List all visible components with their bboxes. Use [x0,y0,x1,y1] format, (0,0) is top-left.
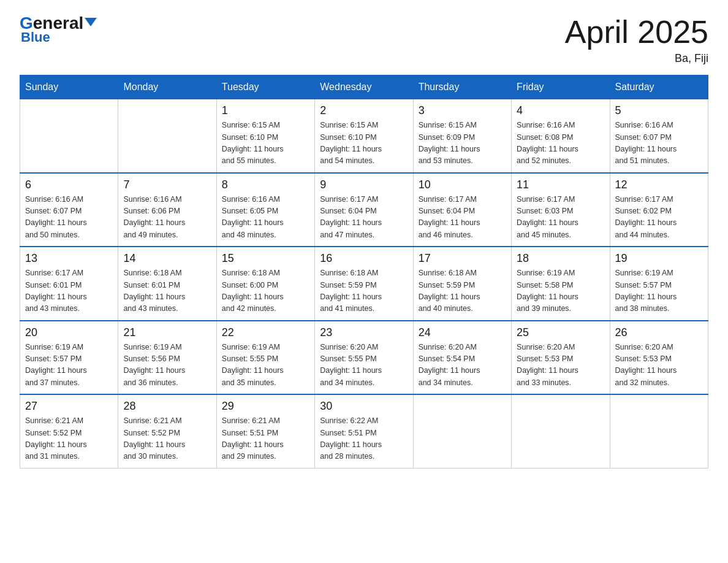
calendar-cell: 13Sunrise: 6:17 AM Sunset: 6:01 PM Dayli… [20,247,118,321]
calendar-cell: 3Sunrise: 6:15 AM Sunset: 6:09 PM Daylig… [413,99,511,173]
weekday-header-thursday: Thursday [413,75,511,99]
day-number: 25 [517,326,604,339]
day-info: Sunrise: 6:19 AM Sunset: 5:58 PM Dayligh… [517,267,604,315]
calendar-header: SundayMondayTuesdayWednesdayThursdayFrid… [20,75,708,99]
logo-blue-text: Blue [20,29,50,45]
day-info: Sunrise: 6:19 AM Sunset: 5:55 PM Dayligh… [222,342,309,389]
day-number: 14 [123,252,211,265]
day-info: Sunrise: 6:15 AM Sunset: 6:10 PM Dayligh… [320,120,408,167]
logo: General Blue [20,15,97,45]
day-number: 22 [222,326,309,339]
calendar-cell: 18Sunrise: 6:19 AM Sunset: 5:58 PM Dayli… [512,247,610,321]
day-info: Sunrise: 6:16 AM Sunset: 6:05 PM Dayligh… [222,194,309,242]
day-info: Sunrise: 6:21 AM Sunset: 5:52 PM Dayligh… [25,415,113,463]
calendar-cell: 5Sunrise: 6:16 AM Sunset: 6:07 PM Daylig… [610,99,708,173]
day-number: 30 [320,400,408,413]
calendar-cell: 24Sunrise: 6:20 AM Sunset: 5:54 PM Dayli… [413,321,511,395]
calendar-cell: 26Sunrise: 6:20 AM Sunset: 5:53 PM Dayli… [610,321,708,395]
calendar-week-row: 27Sunrise: 6:21 AM Sunset: 5:52 PM Dayli… [20,394,708,468]
day-number: 17 [419,252,506,265]
calendar-cell: 10Sunrise: 6:17 AM Sunset: 6:04 PM Dayli… [413,173,511,247]
day-info: Sunrise: 6:18 AM Sunset: 5:59 PM Dayligh… [419,267,506,315]
day-info: Sunrise: 6:18 AM Sunset: 6:00 PM Dayligh… [222,267,309,315]
calendar-cell: 7Sunrise: 6:16 AM Sunset: 6:06 PM Daylig… [118,173,216,247]
day-number: 11 [517,178,604,191]
day-info: Sunrise: 6:21 AM Sunset: 5:51 PM Dayligh… [222,415,309,463]
day-number: 18 [517,252,604,265]
day-info: Sunrise: 6:18 AM Sunset: 5:59 PM Dayligh… [320,267,408,315]
day-info: Sunrise: 6:19 AM Sunset: 5:57 PM Dayligh… [615,267,703,315]
day-number: 6 [25,178,113,191]
day-number: 12 [615,178,703,191]
day-info: Sunrise: 6:17 AM Sunset: 6:01 PM Dayligh… [25,267,113,315]
day-number: 10 [419,178,506,191]
calendar-cell: 12Sunrise: 6:17 AM Sunset: 6:02 PM Dayli… [610,173,708,247]
day-info: Sunrise: 6:21 AM Sunset: 5:52 PM Dayligh… [123,415,211,463]
calendar-cell: 29Sunrise: 6:21 AM Sunset: 5:51 PM Dayli… [216,394,314,468]
day-number: 28 [123,400,211,413]
calendar-cell: 16Sunrise: 6:18 AM Sunset: 5:59 PM Dayli… [315,247,413,321]
calendar-cell: 25Sunrise: 6:20 AM Sunset: 5:53 PM Dayli… [512,321,610,395]
calendar-cell: 27Sunrise: 6:21 AM Sunset: 5:52 PM Dayli… [20,394,118,468]
day-info: Sunrise: 6:18 AM Sunset: 6:01 PM Dayligh… [123,267,211,315]
title-block: April 2025 Ba, Fiji [565,15,708,65]
calendar-cell [20,99,118,173]
day-number: 2 [320,104,408,117]
day-info: Sunrise: 6:19 AM Sunset: 5:57 PM Dayligh… [25,342,113,389]
day-info: Sunrise: 6:15 AM Sunset: 6:09 PM Dayligh… [419,120,506,167]
calendar-week-row: 1Sunrise: 6:15 AM Sunset: 6:10 PM Daylig… [20,99,708,173]
calendar-cell: 14Sunrise: 6:18 AM Sunset: 6:01 PM Dayli… [118,247,216,321]
calendar-cell: 1Sunrise: 6:15 AM Sunset: 6:10 PM Daylig… [216,99,314,173]
day-number: 21 [123,326,211,339]
day-number: 4 [517,104,604,117]
calendar-cell: 17Sunrise: 6:18 AM Sunset: 5:59 PM Dayli… [413,247,511,321]
day-number: 29 [222,400,309,413]
calendar-cell [610,394,708,468]
weekday-header-sunday: Sunday [20,75,118,99]
day-info: Sunrise: 6:19 AM Sunset: 5:56 PM Dayligh… [123,342,211,389]
weekday-header-tuesday: Tuesday [216,75,314,99]
weekday-header-friday: Friday [512,75,610,99]
calendar-week-row: 20Sunrise: 6:19 AM Sunset: 5:57 PM Dayli… [20,321,708,395]
day-info: Sunrise: 6:17 AM Sunset: 6:02 PM Dayligh… [615,194,703,242]
day-number: 24 [419,326,506,339]
day-info: Sunrise: 6:20 AM Sunset: 5:53 PM Dayligh… [517,342,604,389]
calendar-cell: 15Sunrise: 6:18 AM Sunset: 6:00 PM Dayli… [216,247,314,321]
calendar-cell: 4Sunrise: 6:16 AM Sunset: 6:08 PM Daylig… [512,99,610,173]
calendar-cell [118,99,216,173]
calendar-cell: 28Sunrise: 6:21 AM Sunset: 5:52 PM Dayli… [118,394,216,468]
day-number: 19 [615,252,703,265]
calendar-cell: 30Sunrise: 6:22 AM Sunset: 5:51 PM Dayli… [315,394,413,468]
calendar-body: 1Sunrise: 6:15 AM Sunset: 6:10 PM Daylig… [20,99,708,469]
calendar-cell: 6Sunrise: 6:16 AM Sunset: 6:07 PM Daylig… [20,173,118,247]
day-number: 26 [615,326,703,339]
calendar-week-row: 13Sunrise: 6:17 AM Sunset: 6:01 PM Dayli… [20,247,708,321]
calendar-cell: 11Sunrise: 6:17 AM Sunset: 6:03 PM Dayli… [512,173,610,247]
calendar-cell: 21Sunrise: 6:19 AM Sunset: 5:56 PM Dayli… [118,321,216,395]
calendar-cell: 23Sunrise: 6:20 AM Sunset: 5:55 PM Dayli… [315,321,413,395]
calendar-title: April 2025 [565,15,708,50]
day-info: Sunrise: 6:16 AM Sunset: 6:07 PM Dayligh… [615,120,703,167]
calendar-cell: 2Sunrise: 6:15 AM Sunset: 6:10 PM Daylig… [315,99,413,173]
day-number: 16 [320,252,408,265]
weekday-header-row: SundayMondayTuesdayWednesdayThursdayFrid… [20,75,708,99]
calendar-cell: 9Sunrise: 6:17 AM Sunset: 6:04 PM Daylig… [315,173,413,247]
calendar-cell: 19Sunrise: 6:19 AM Sunset: 5:57 PM Dayli… [610,247,708,321]
day-number: 23 [320,326,408,339]
day-number: 5 [615,104,703,117]
calendar-cell [413,394,511,468]
day-info: Sunrise: 6:20 AM Sunset: 5:55 PM Dayligh… [320,342,408,389]
calendar-table: SundayMondayTuesdayWednesdayThursdayFrid… [20,75,708,469]
calendar-cell [512,394,610,468]
day-info: Sunrise: 6:22 AM Sunset: 5:51 PM Dayligh… [320,415,408,463]
day-info: Sunrise: 6:16 AM Sunset: 6:06 PM Dayligh… [123,194,211,242]
weekday-header-saturday: Saturday [610,75,708,99]
weekday-header-wednesday: Wednesday [315,75,413,99]
day-number: 1 [222,104,309,117]
calendar-subtitle: Ba, Fiji [565,52,708,65]
day-number: 13 [25,252,113,265]
day-number: 3 [419,104,506,117]
calendar-cell: 22Sunrise: 6:19 AM Sunset: 5:55 PM Dayli… [216,321,314,395]
weekday-header-monday: Monday [118,75,216,99]
day-info: Sunrise: 6:17 AM Sunset: 6:03 PM Dayligh… [517,194,604,242]
